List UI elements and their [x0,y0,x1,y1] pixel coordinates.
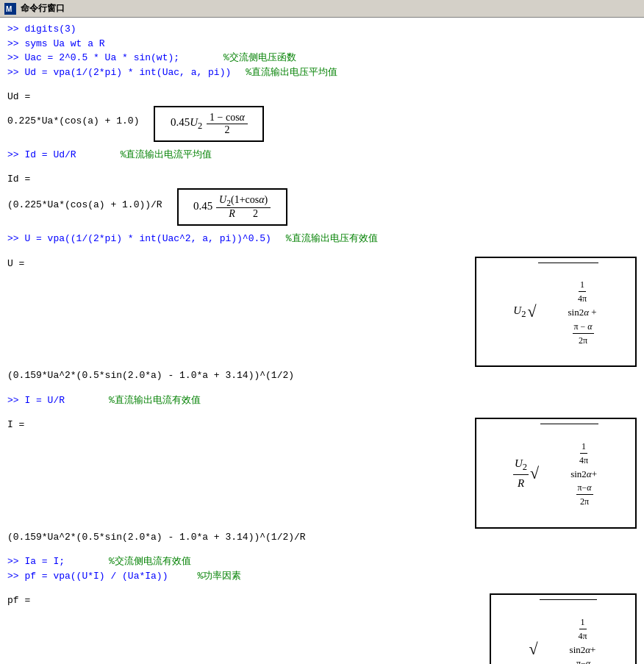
content-area: >> digits(3) >> syms Ua wt a R >> Uac = … [0,18,644,664]
cmd-text-1: >> digits(3) [7,22,76,37]
i-formula-box: U2 R √ 1 4π sin2α+ π−α 2π [475,418,637,529]
i-label: I = U2 R √ 1 4π sin2α+ [7,418,637,529]
pf-formula-box: √ 1 4π sin2α+ π−α 2π [490,593,637,664]
pf-label: pf = √ 1 4π sin2α+ π−α 2π [7,593,637,664]
u-section: U = U2 √ 1 4π sin2α + π − α 2π [7,257,637,383]
id-formula: 0.45 U2(1+cosα) R2 [193,194,271,221]
u-value: (0.159*Ua^2*(0.5*sin(2.0*a) - 1.0*a + 3.… [7,368,637,383]
cmd-line-5: >> Id = Ud/R %直流输出电流平均值 [7,148,637,163]
id-value: (0.225*Ua*(cos(a) + 1.0))/R [7,198,162,213]
cmd-text-2: >> syms Ua wt a R [7,37,105,51]
comment-9: %功率因素 [197,569,241,584]
cmd-text-9: >> pf = vpa((U*I) / (Ua*Ia)) [7,569,168,584]
cmd-text-4: >> Ud = vpa(1/(2*pi) * int(Uac, a, pi)) [7,65,231,80]
svg-text:M: M [6,5,12,13]
i-value: (0.159*Ua^2*(0.5*sin(2.0*a) - 1.0*a + 3.… [7,530,637,545]
cmd-line-1: >> digits(3) [7,22,637,37]
u-formula-box: U2 √ 1 4π sin2α + π − α 2π [475,257,637,368]
ud-formula: 0.45U2 1 − cosα 2 [171,112,248,136]
ud-section: Ud = 0.225*Ua*(cos(a) + 1.0) 0.45U2 1 − … [7,90,637,142]
cmd-text-7: >> I = U/R [7,393,65,408]
cmd-line-6: >> U = vpa((1/(2*pi) * int(Uac^2, a, pi)… [7,232,637,246]
cmd-text-5: >> Id = Ud/R [7,148,76,163]
i-section: I = U2 R √ 1 4π sin2α+ [7,418,637,544]
cmd-line-2: >> syms Ua wt a R [7,37,637,51]
pf-section: pf = √ 1 4π sin2α+ π−α 2π [7,593,637,664]
cmd-text-6: >> U = vpa((1/(2*pi) * int(Uac^2, a, pi)… [7,232,271,246]
cmd-line-8: >> Ia = I; %交流侧电流有效值 [7,554,637,569]
comment-4: %直流输出电压平均值 [246,65,337,80]
u-label: U = U2 √ 1 4π sin2α + π − α 2π [7,257,637,368]
title-bar: M 命令行窗口 [0,0,644,18]
cmd-line-3: >> Uac = 2^0.5 * Ua * sin(wt); %交流侧电压函数 [7,51,637,65]
id-row: (0.225*Ua*(cos(a) + 1.0))/R 0.45 U2(1+co… [7,188,637,226]
comment-3: %交流侧电压函数 [223,51,296,65]
cmd-text-8: >> Ia = I; [7,554,65,569]
cmd-line-7: >> I = U/R %直流输出电流有效值 [7,393,637,408]
cmd-text-3: >> Uac = 2^0.5 * Ua * sin(wt); [7,51,179,65]
ud-value: 0.225*Ua*(cos(a) + 1.0) [7,114,139,129]
comment-7: %直流输出电流有效值 [109,393,201,408]
id-formula-box: 0.45 U2(1+cosα) R2 [177,188,287,226]
comment-5: %直流输出电流平均值 [121,148,212,163]
cmd-line-9: >> pf = vpa((U*I) / (Ua*Ia)) %功率因素 [7,569,637,584]
app-icon: M [4,3,16,15]
cmd-line-4: >> Ud = vpa(1/(2*pi) * int(Uac, a, pi)) … [7,65,637,80]
u-formula: U2 √ 1 4π sin2α + π − α 2π [513,263,598,362]
pf-formula: √ 1 4π sin2α+ π−α 2π [529,599,598,664]
id-label: Id = [7,172,637,187]
window-title: 命令行窗口 [21,2,65,15]
comment-6: %直流输出电压有效值 [286,232,378,246]
comment-8: %交流侧电流有效值 [109,554,191,569]
ud-label: Ud = [7,90,637,104]
id-section: Id = (0.225*Ua*(cos(a) + 1.0))/R 0.45 U2… [7,172,637,226]
ud-row: 0.225*Ua*(cos(a) + 1.0) 0.45U2 1 − cosα … [7,106,637,142]
ud-text-side: 0.225*Ua*(cos(a) + 1.0) [7,114,139,133]
id-text-side: (0.225*Ua*(cos(a) + 1.0))/R [7,198,162,217]
i-formula: U2 R √ 1 4π sin2α+ π−α 2π [513,424,598,523]
ud-formula-box: 0.45U2 1 − cosα 2 [154,106,264,142]
